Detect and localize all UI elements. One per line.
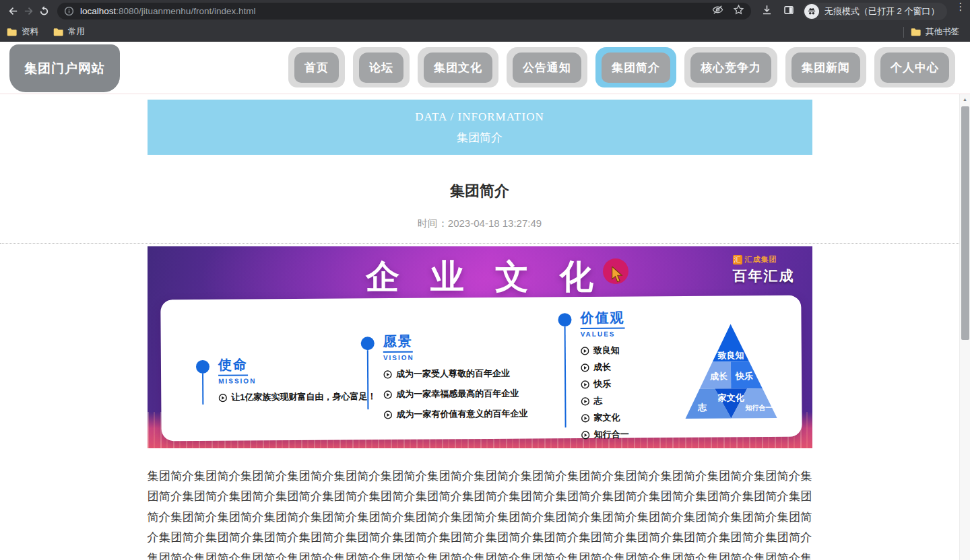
culture-card: 使命 MISSION 让1亿家族实现财富自由，身心富足！ 愿景 VISION [160,295,802,442]
tab-announcements[interactable]: 公告通知 [507,47,587,88]
address-bar[interactable]: localhost:8080/jituanmenhu/front/index.h… [57,3,751,20]
timeline-dot [195,360,209,374]
bookmarks-separator [903,27,904,38]
other-bookmarks-label: 其他书签 [926,26,959,38]
bookmark-folder-changyong[interactable]: 常用 [53,26,85,38]
time-value: 2023-04-18 13:27:49 [448,217,542,229]
side-panel-icon[interactable] [783,4,795,19]
tab-forum[interactable]: 论坛 [353,47,410,88]
url-path: :8080/jituanmenhu/front/index.html [116,6,255,16]
mission-section: 使命 MISSION 让1亿家族实现财富自由，身心富足！ [195,359,376,405]
tab-group-intro[interactable]: 集团简介 [595,47,676,88]
url-host: localhost [80,6,116,16]
pyramid-bottom-left-label: 志 [697,403,707,413]
article-body: 集团简介集团简介集团简介集团简介集团简介集团简介集团简介集团简介集团简介集团简介… [148,466,812,560]
tab-core-competence[interactable]: 核心竞争力 [684,47,777,88]
scrollbar-up-arrow[interactable]: ▲ [960,94,970,104]
folder-icon [911,28,921,36]
vision-item: 成为一家有价值有意义的百年企业 [396,408,527,421]
page-scrollbar[interactable]: ▲ [959,94,970,560]
values-subtitle: VALUES [580,330,628,337]
mouse-cursor-icon [611,267,626,285]
bookmark-label: 资料 [22,26,38,38]
banner-title: 集团简介 [148,130,812,145]
brand-name: 汇成集团 [745,254,777,265]
download-icon[interactable] [761,3,773,19]
play-bullet-icon [581,396,589,405]
brand-logo-icon: 汇 [733,255,742,265]
section-banner: DATA / INFORMATION 集团简介 [148,100,812,155]
timeline-line [366,350,368,409]
values-item: 志 [593,395,602,407]
pyramid-top-label: 致良知 [717,350,744,360]
vision-section: 愿景 VISION 成为一家受人尊敬的百年企业 成为一家幸福感最高的百年企业 成… [360,336,527,421]
site-header: 集团门户网站 首页 论坛 集团文化 公告通知 集团简介 核心竞争力 集团新闻 个… [0,42,970,94]
article-time: 时间：2023-04-18 13:27:49 [148,217,812,230]
tab-personal-center[interactable]: 个人中心 [874,47,955,88]
hero-title: 企业文化 [148,254,812,300]
site-info-icon[interactable] [64,6,74,16]
timeline-line [202,374,203,405]
play-bullet-icon [581,413,589,422]
values-pyramid: 致良知 成长 快乐 志 家文化 知行合一 [683,322,778,423]
tab-home[interactable]: 首页 [288,47,345,88]
mission-item: 让1亿家族实现财富自由，身心富足！ [231,390,376,404]
vision-title: 愿景 [383,332,412,353]
play-bullet-icon [581,430,589,439]
values-item: 知行合一 [593,428,628,440]
incognito-label: 无痕模式（已打开 2 个窗口） [825,5,939,18]
main-nav: 首页 论坛 集团文化 公告通知 集团简介 核心竞争力 集团新闻 个人中心 [288,47,955,88]
play-bullet-icon [383,410,392,419]
pyramid-bottom-right-label: 知行合一 [744,404,772,411]
mission-title: 使命 [218,355,247,376]
browser-chrome: localhost:8080/jituanmenhu/front/index.h… [0,0,970,42]
incognito-icon [804,4,819,19]
dotted-divider [0,243,959,244]
vision-item: 成为一家受人尊敬的百年企业 [395,368,509,380]
tab-group-culture[interactable]: 集团文化 [418,47,498,88]
scrollbar-thumb[interactable] [961,106,969,340]
values-section: 价值观 VALUES 致良知 成长 快乐 志 家文化 知行合一 [558,312,628,441]
corporate-culture-image: 企业文化 汇 汇成集团 百年汇成 [148,246,812,448]
play-bullet-icon [580,346,589,355]
reload-button[interactable] [38,3,50,20]
play-bullet-icon [580,363,589,372]
url-text: localhost:8080/jituanmenhu/front/index.h… [80,6,705,16]
play-bullet-icon [581,380,589,388]
forward-button[interactable] [23,3,34,20]
eye-off-icon[interactable] [712,4,723,18]
values-item: 致良知 [593,345,619,357]
folder-icon [53,28,63,36]
brand-slogan: 百年汇成 [733,267,795,285]
web-page: 集团门户网站 首页 论坛 集团文化 公告通知 集团简介 核心竞争力 集团新闻 个… [0,42,970,560]
site-logo[interactable]: 集团门户网站 [9,44,120,92]
hero-brand: 汇 汇成集团 百年汇成 [733,254,795,285]
menu-kebab-icon[interactable]: ⋮ [955,1,965,22]
values-item: 家文化 [593,412,620,424]
article-title: 集团简介 [148,181,812,201]
bookmark-star-icon[interactable] [733,4,744,18]
play-bullet-icon [383,390,392,398]
play-bullet-icon [383,370,392,378]
folder-icon [7,28,17,36]
values-title: 价值观 [580,309,624,329]
bookmark-folder-ziliao[interactable]: 资料 [7,26,38,38]
other-bookmarks[interactable]: 其他书签 [911,26,959,38]
content-area: DATA / INFORMATION 集团简介 集团简介 时间：2023-04-… [0,100,959,560]
browser-toolbar: localhost:8080/jituanmenhu/front/index.h… [0,0,970,22]
bookmarks-bar: 资料 常用 其他书签 [0,22,970,42]
tab-group-news[interactable]: 集团新闻 [785,47,866,88]
time-label: 时间： [418,217,448,229]
bookmark-label: 常用 [68,26,85,38]
pyramid-mid-right-label: 快乐 [735,371,753,381]
timeline-dot [558,313,571,326]
pyramid-bottom-center-label: 家文化 [717,392,744,403]
values-item: 成长 [593,361,610,374]
incognito-badge[interactable]: 无痕模式（已打开 2 个窗口） [803,3,947,20]
vision-subtitle: VISION [383,353,527,361]
values-item: 快乐 [593,378,611,390]
timeline-line [564,326,566,427]
banner-eyebrow: DATA / INFORMATION [148,100,812,124]
pyramid-mid-left-label: 成长 [709,371,728,381]
back-button[interactable] [7,3,19,20]
